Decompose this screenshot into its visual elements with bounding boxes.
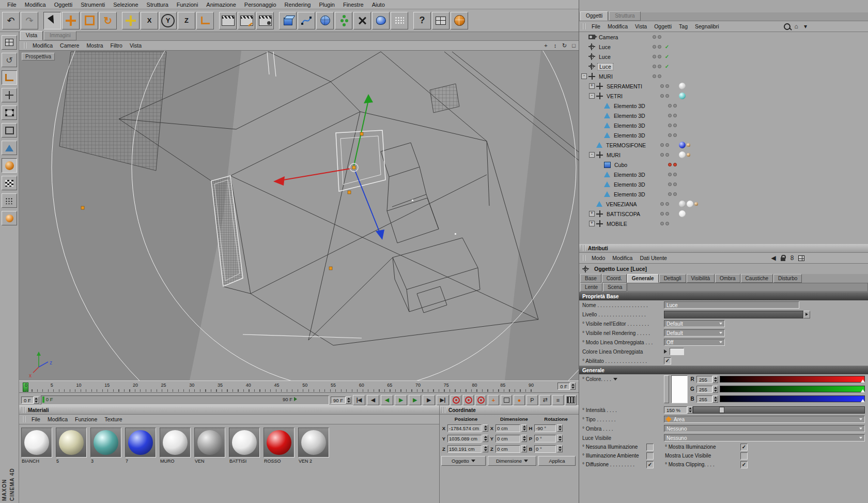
dim-y-stepper[interactable] [521, 435, 527, 442]
vp-menu-vista[interactable]: Vista [126, 42, 145, 49]
visibility-dots[interactable] [650, 45, 663, 49]
viewport-canvas[interactable]: z x Prospettiva [19, 51, 579, 380]
dim-z-stepper[interactable] [521, 445, 527, 452]
colore-linea-swatch[interactable] [670, 348, 684, 355]
end-frame-field[interactable]: 90 F [331, 396, 351, 404]
visibility-dots[interactable] [666, 114, 678, 117]
visibility-dots[interactable] [666, 133, 678, 137]
add-environment-icon[interactable] [372, 12, 390, 29]
vp-menu-mostra[interactable]: Mostra [83, 42, 106, 49]
material-tag[interactable] [679, 93, 686, 99]
prev-key-button[interactable]: ◀ [367, 395, 379, 405]
visibility-dots[interactable] [666, 163, 678, 166]
material-tag[interactable] [679, 142, 686, 148]
tree-row-luce[interactable]: Luce✓ [579, 42, 868, 52]
vp-menu-modifica[interactable]: Modifica [29, 42, 56, 49]
material-tag[interactable] [679, 83, 686, 89]
om-menu-oggetti[interactable]: Oggetti [650, 23, 675, 29]
record-scale-icon[interactable] [463, 395, 474, 405]
tree-row-elemento[interactable]: Elemento 3D [579, 111, 868, 120]
panel-grip[interactable] [581, 245, 586, 251]
panel-grip[interactable] [581, 255, 586, 261]
zoom-view-icon[interactable]: ↕ [551, 42, 560, 50]
expander-icon[interactable]: - [581, 73, 587, 79]
section-proprieta-base[interactable]: Proprietà Base [579, 292, 868, 300]
goto-end-button[interactable]: ▶| [437, 395, 449, 405]
material-tag[interactable] [679, 201, 686, 207]
expander-icon[interactable]: + [589, 221, 595, 226]
om-menu-vista[interactable]: Vista [631, 23, 650, 29]
tab-generale[interactable]: Generale [627, 274, 659, 283]
color-mode-strip[interactable] [664, 375, 669, 403]
material-item[interactable]: ROSSO [264, 428, 296, 464]
menu-funzioni[interactable]: Funzioni [173, 0, 203, 9]
visibility-dots[interactable] [658, 94, 671, 98]
attributes-titlebar[interactable]: Attributi [579, 244, 868, 253]
tree-row-veneziana[interactable]: VENEZIANA [579, 199, 868, 209]
mostra-illuminazione-checkbox[interactable]: ✓ [740, 444, 748, 451]
goto-start-button[interactable]: |◀ [353, 395, 365, 405]
attr-menu-modifica[interactable]: Modifica [609, 255, 636, 261]
menu-aiuto[interactable]: Aiuto [368, 0, 389, 9]
dim-z-field[interactable] [495, 445, 520, 453]
add-array-icon[interactable] [335, 12, 352, 29]
menu-animazione[interactable]: Animazione [202, 0, 240, 9]
tab-visibilita[interactable]: Visibilità [687, 274, 715, 283]
r-value-field[interactable]: 255 [696, 375, 718, 384]
tree-row-luce[interactable]: Luce✓ [579, 62, 868, 71]
visibile-rendering-dropdown[interactable]: Default [664, 329, 725, 337]
material-item[interactable]: 3 [90, 428, 122, 464]
rot-p-field[interactable] [534, 435, 556, 443]
visibility-dots[interactable] [658, 153, 671, 157]
play-button[interactable]: ▶ [395, 395, 407, 405]
record-rotation-icon[interactable] [475, 395, 486, 405]
tree-row-vetri[interactable]: -VETRI [579, 91, 868, 101]
add-deformer-icon[interactable] [353, 12, 371, 29]
om-menu-file[interactable]: File [588, 23, 604, 29]
visibility-dots[interactable] [658, 202, 671, 206]
scale-tool-icon[interactable] [81, 12, 98, 29]
next-frame-button[interactable]: ▶ [409, 395, 421, 405]
visibility-dots[interactable] [666, 192, 678, 196]
lock-z-icon[interactable]: Z [178, 12, 195, 29]
dim-x-field[interactable] [495, 424, 520, 432]
attr-menu-modo[interactable]: Modo [588, 255, 609, 261]
range-end-label[interactable]: 90 F [283, 397, 297, 402]
move-view-icon[interactable]: + [541, 42, 550, 50]
add-cube-icon[interactable] [279, 12, 297, 29]
om-menu-tag[interactable]: Tag [675, 23, 691, 29]
toggle-view-icon[interactable]: □ [569, 42, 578, 50]
points-mode-icon[interactable] [2, 105, 17, 120]
undo-icon[interactable]: ↶ [2, 12, 20, 29]
mat-menu-file[interactable]: File [28, 416, 44, 422]
powerslider-options-icon[interactable]: ≡ [552, 395, 564, 405]
menu-file[interactable]: File [3, 0, 21, 9]
tab-scena[interactable]: Scena [603, 283, 627, 292]
intensita-field[interactable]: 150 % [664, 406, 693, 414]
expander-icon[interactable]: - [589, 152, 595, 158]
visibility-dots[interactable] [666, 182, 678, 186]
material-tag[interactable] [679, 210, 686, 217]
polygons-mode-icon[interactable] [2, 141, 17, 155]
texture-axis-icon[interactable] [2, 70, 17, 85]
visibility-dots[interactable] [650, 55, 663, 58]
tab-coord[interactable]: Coord. [602, 274, 627, 283]
menu-selezione[interactable]: Selezione [109, 0, 142, 9]
next-key-button[interactable]: ▶ [423, 395, 435, 405]
visibility-dots[interactable] [666, 124, 678, 127]
pos-x-field[interactable] [447, 424, 482, 432]
tab-oggetti[interactable]: Oggetti [580, 11, 608, 21]
tree-row-muri[interactable]: -MURI [579, 71, 868, 81]
tab-disturbo[interactable]: Disturbo [773, 274, 802, 283]
layout-icon[interactable] [797, 254, 806, 262]
make-editable-icon[interactable] [2, 35, 17, 50]
view-mode-label[interactable]: Prospettiva [22, 53, 55, 60]
move-tool-icon[interactable] [62, 12, 80, 29]
visibility-dots[interactable] [666, 173, 678, 176]
edges-mode-icon[interactable] [2, 123, 17, 138]
timeline-ruler[interactable]: 051015202530354045505560657075808590 0 F [19, 380, 579, 393]
material-tag[interactable] [679, 151, 686, 158]
materials-titlebar[interactable]: Materiali [19, 406, 439, 415]
om-menu-segnalibri[interactable]: Segnalibri [691, 23, 723, 29]
b-value-field[interactable]: 255 [696, 395, 718, 403]
